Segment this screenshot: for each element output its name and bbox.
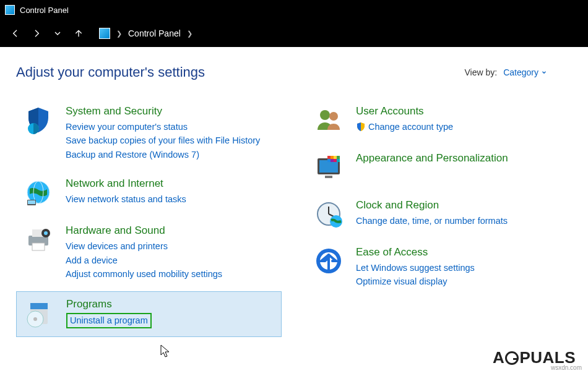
view-by-label: View by: <box>465 67 498 77</box>
svg-rect-20 <box>327 156 331 159</box>
svg-point-14 <box>33 317 37 321</box>
svg-point-15 <box>320 110 330 120</box>
page-title: Adjust your computer's settings <box>16 64 205 80</box>
category-title[interactable]: User Accounts <box>356 105 453 118</box>
category-link[interactable]: Adjust commonly used mobility settings <box>66 267 222 281</box>
category-link[interactable]: Add a device <box>66 254 222 267</box>
category-clock-region: Clock and Region Change date, time, or n… <box>306 193 572 237</box>
svg-rect-27 <box>337 159 340 162</box>
svg-point-10 <box>44 231 48 235</box>
up-button[interactable] <box>69 24 88 43</box>
chevron-down-icon <box>541 69 547 75</box>
mouse-cursor-icon <box>160 344 171 358</box>
category-link[interactable]: Save backup copies of your files with Fi… <box>66 134 260 147</box>
chevron-right-icon: ❯ <box>187 30 192 38</box>
category-title[interactable]: System and Security <box>66 105 260 118</box>
clock-globe-icon <box>313 198 345 230</box>
svg-rect-23 <box>337 156 340 159</box>
svg-point-16 <box>329 112 338 121</box>
window-titlebar: Control Panel <box>0 0 588 20</box>
chevron-right-icon: ❯ <box>116 30 122 38</box>
control-panel-icon <box>99 28 110 39</box>
printer-icon <box>22 223 54 255</box>
svg-rect-19 <box>325 176 332 178</box>
category-title[interactable]: Clock and Region <box>356 199 508 212</box>
category-system-security: System and Security Review your computer… <box>16 99 282 169</box>
category-title[interactable]: Programs <box>66 298 152 310</box>
watermark: wsxdn.com <box>551 364 582 371</box>
category-hardware-sound: Hardware and Sound View devices and prin… <box>16 218 282 288</box>
window-title: Control Panel <box>20 6 69 15</box>
address-bar[interactable]: ❯ Control Panel ❯ <box>99 28 192 39</box>
nav-toolbar: ❯ Control Panel ❯ <box>0 20 588 47</box>
disc-box-icon <box>23 297 55 329</box>
category-link[interactable]: Review your computer's status <box>66 120 260 134</box>
highlight-box: Uninstall a program <box>66 313 152 328</box>
category-link[interactable]: Let Windows suggest settings <box>356 261 475 275</box>
category-title[interactable]: Ease of Access <box>356 246 475 258</box>
right-column: User Accounts Change account type <box>306 99 572 340</box>
globe-icon <box>22 176 54 208</box>
category-ease-of-access: Ease of Access Let Windows suggest setti… <box>306 240 572 296</box>
svg-rect-8 <box>32 243 45 250</box>
view-by-control: View by: Category <box>465 67 547 77</box>
uac-shield-icon <box>356 122 366 132</box>
category-appearance-personalization: Appearance and Personalization <box>306 146 572 190</box>
category-link[interactable]: View devices and printers <box>66 239 222 253</box>
category-link[interactable]: Optimize visual display <box>356 275 475 288</box>
svg-rect-24 <box>327 159 331 162</box>
category-link[interactable]: View network status and tasks <box>66 192 186 206</box>
category-title[interactable]: Hardware and Sound <box>66 224 222 237</box>
category-user-accounts: User Accounts Change account type <box>306 99 572 143</box>
recent-dropdown[interactable] <box>48 24 67 43</box>
category-network-internet: Network and Internet View network status… <box>16 171 282 216</box>
svg-rect-12 <box>30 303 48 309</box>
svg-rect-26 <box>334 159 337 162</box>
monitor-palette-icon <box>313 151 345 183</box>
ease-of-access-icon <box>313 245 345 277</box>
left-column: System and Security Review your computer… <box>16 99 282 340</box>
category-programs: Programs Uninstall a program <box>16 291 282 337</box>
category-title[interactable]: Appearance and Personalization <box>356 152 508 164</box>
svg-rect-22 <box>334 156 337 159</box>
svg-rect-5 <box>28 200 35 204</box>
breadcrumb-current[interactable]: Control Panel <box>128 28 181 38</box>
people-icon <box>313 104 345 136</box>
category-link[interactable]: Backup and Restore (Windows 7) <box>66 148 260 161</box>
back-button[interactable] <box>6 24 25 43</box>
svg-rect-21 <box>331 156 334 159</box>
shield-icon <box>22 104 54 136</box>
svg-rect-25 <box>331 159 334 162</box>
forward-button[interactable] <box>27 24 46 43</box>
category-link[interactable]: Change account type <box>356 120 453 134</box>
category-link-uninstall[interactable]: Uninstall a program <box>66 313 152 328</box>
content-area: Adjust your computer's settings View by:… <box>0 47 588 346</box>
control-panel-icon <box>5 5 15 15</box>
category-title[interactable]: Network and Internet <box>66 177 186 190</box>
category-link[interactable]: Change date, time, or number formats <box>356 214 508 228</box>
view-by-dropdown[interactable]: Category <box>503 67 547 77</box>
